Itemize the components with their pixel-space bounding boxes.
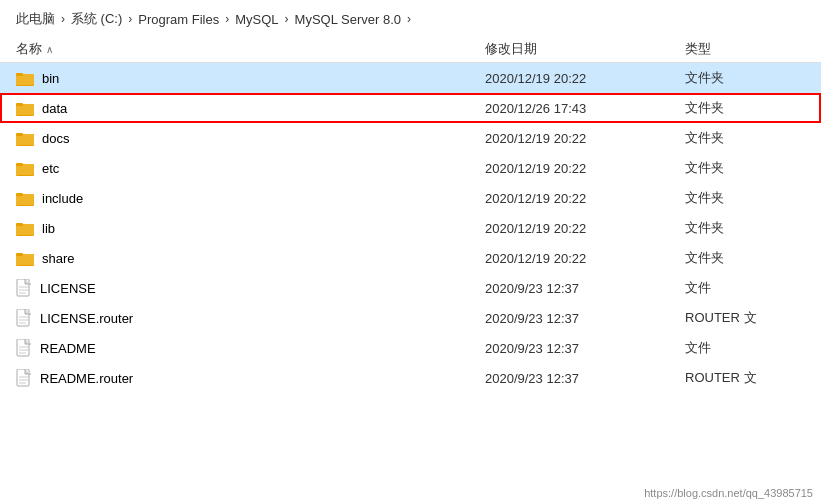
folder-icon [16, 160, 34, 176]
file-icon [16, 309, 32, 327]
col-name-label: 名称 [16, 40, 42, 58]
svg-rect-14 [16, 193, 23, 196]
file-date: 2020/12/19 20:22 [485, 71, 685, 86]
svg-rect-11 [16, 163, 23, 166]
file-date: 2020/12/19 20:22 [485, 191, 685, 206]
breadcrumb: 此电脑 › 系统 (C:) › Program Files › MySQL › … [0, 0, 821, 36]
svg-rect-8 [16, 133, 23, 136]
col-type-label: 类型 [685, 41, 711, 56]
file-type: 文件夹 [685, 189, 805, 207]
table-row[interactable]: data 2020/12/26 17:43 文件夹 [0, 93, 821, 123]
table-row[interactable]: lib 2020/12/19 20:22 文件夹 [0, 213, 821, 243]
file-icon [16, 339, 32, 357]
file-name-cell: include [16, 190, 485, 206]
table-row[interactable]: README.router 2020/9/23 12:37 ROUTER 文 [0, 363, 821, 393]
breadcrumb-item-program-files[interactable]: Program Files [138, 12, 219, 27]
breadcrumb-item-this-pc[interactable]: 此电脑 [16, 10, 55, 28]
breadcrumb-sep-3: › [225, 12, 229, 26]
file-name-cell: README.router [16, 369, 485, 387]
file-type: 文件夹 [685, 249, 805, 267]
file-name-cell: LICENSE.router [16, 309, 485, 327]
col-name-header[interactable]: 名称 ∧ [16, 40, 485, 58]
breadcrumb-sep-1: › [61, 12, 65, 26]
breadcrumb-sep-4: › [285, 12, 289, 26]
file-date: 2020/9/23 12:37 [485, 311, 685, 326]
file-name-cell: docs [16, 130, 485, 146]
file-name-cell: share [16, 250, 485, 266]
file-date: 2020/12/19 20:22 [485, 161, 685, 176]
folder-icon [16, 220, 34, 236]
file-name: share [42, 251, 75, 266]
file-date: 2020/12/19 20:22 [485, 251, 685, 266]
file-name: LICENSE [40, 281, 96, 296]
file-name: README [40, 341, 96, 356]
file-icon [16, 279, 32, 297]
table-row[interactable]: bin 2020/12/19 20:22 文件夹 [0, 63, 821, 93]
file-name: README.router [40, 371, 133, 386]
file-name-cell: data [16, 100, 485, 116]
file-type: ROUTER 文 [685, 369, 805, 387]
table-row[interactable]: README 2020/9/23 12:37 文件 [0, 333, 821, 363]
breadcrumb-sep-2: › [128, 12, 132, 26]
file-date: 2020/12/26 17:43 [485, 101, 685, 116]
file-type: ROUTER 文 [685, 309, 805, 327]
svg-rect-20 [16, 253, 23, 256]
file-explorer: 名称 ∧ 修改日期 类型 bin 2020/12/19 20:22 文件夹 [0, 36, 821, 393]
file-name: include [42, 191, 83, 206]
file-name-cell: LICENSE [16, 279, 485, 297]
file-name: LICENSE.router [40, 311, 133, 326]
file-icon [16, 369, 32, 387]
folder-icon [16, 70, 34, 86]
table-row[interactable]: LICENSE.router 2020/9/23 12:37 ROUTER 文 [0, 303, 821, 333]
file-date: 2020/9/23 12:37 [485, 281, 685, 296]
table-row[interactable]: share 2020/12/19 20:22 文件夹 [0, 243, 821, 273]
svg-rect-5 [16, 103, 23, 106]
breadcrumb-sep-5: › [407, 12, 411, 26]
file-name-cell: README [16, 339, 485, 357]
breadcrumb-item-mysql-server[interactable]: MySQL Server 8.0 [295, 12, 401, 27]
file-type: 文件 [685, 339, 805, 357]
table-header: 名称 ∧ 修改日期 类型 [0, 36, 821, 63]
file-date: 2020/9/23 12:37 [485, 341, 685, 356]
file-name-cell: etc [16, 160, 485, 176]
file-date: 2020/9/23 12:37 [485, 371, 685, 386]
file-name: lib [42, 221, 55, 236]
file-name: etc [42, 161, 59, 176]
col-date-header[interactable]: 修改日期 [485, 40, 685, 58]
file-name: bin [42, 71, 59, 86]
file-name: data [42, 101, 67, 116]
file-type: 文件夹 [685, 159, 805, 177]
file-name-cell: bin [16, 70, 485, 86]
file-type: 文件夹 [685, 99, 805, 117]
file-date: 2020/12/19 20:22 [485, 131, 685, 146]
sort-arrow-icon: ∧ [46, 44, 53, 55]
file-type: 文件 [685, 279, 805, 297]
watermark: https://blog.csdn.net/qq_43985715 [644, 487, 813, 499]
file-name: docs [42, 131, 69, 146]
file-type: 文件夹 [685, 219, 805, 237]
file-type: 文件夹 [685, 69, 805, 87]
table-row[interactable]: docs 2020/12/19 20:22 文件夹 [0, 123, 821, 153]
svg-rect-17 [16, 223, 23, 226]
file-type: 文件夹 [685, 129, 805, 147]
folder-icon [16, 250, 34, 266]
table-row[interactable]: LICENSE 2020/9/23 12:37 文件 [0, 273, 821, 303]
file-date: 2020/12/19 20:22 [485, 221, 685, 236]
col-type-header[interactable]: 类型 [685, 40, 805, 58]
folder-icon [16, 100, 34, 116]
file-name-cell: lib [16, 220, 485, 236]
folder-icon [16, 130, 34, 146]
folder-icon [16, 190, 34, 206]
col-date-label: 修改日期 [485, 41, 537, 56]
breadcrumb-item-c[interactable]: 系统 (C:) [71, 10, 122, 28]
svg-rect-2 [16, 73, 23, 76]
breadcrumb-item-mysql[interactable]: MySQL [235, 12, 278, 27]
table-row[interactable]: etc 2020/12/19 20:22 文件夹 [0, 153, 821, 183]
table-row[interactable]: include 2020/12/19 20:22 文件夹 [0, 183, 821, 213]
